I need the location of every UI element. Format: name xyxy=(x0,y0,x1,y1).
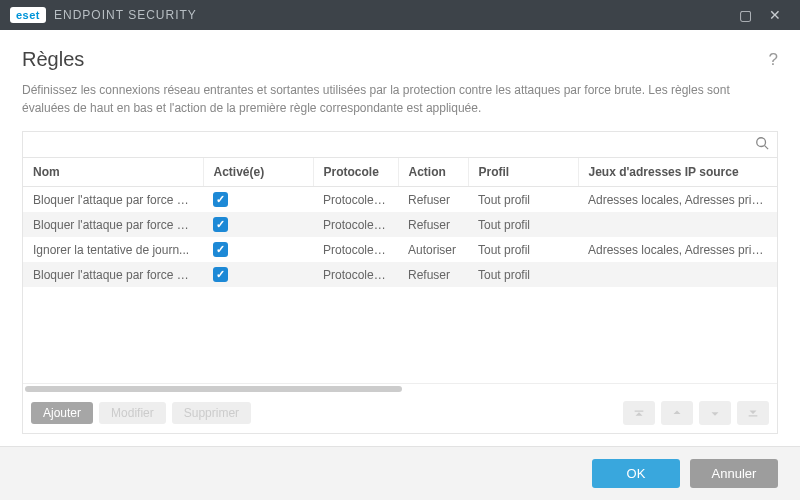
minimize-icon[interactable]: ▢ xyxy=(730,7,760,23)
move-down-button xyxy=(699,401,731,425)
cell-name: Bloquer l'attaque par force b... xyxy=(23,212,203,237)
cell-enabled[interactable]: ✓ xyxy=(203,212,313,237)
page-description: Définissez les connexions réseau entrant… xyxy=(22,81,778,117)
move-up-button xyxy=(661,401,693,425)
table-row[interactable]: Bloquer l'attaque par force b...✓Protoco… xyxy=(23,187,777,213)
cell-action: Refuser xyxy=(398,212,468,237)
svg-line-1 xyxy=(765,146,769,150)
horizontal-scrollbar[interactable] xyxy=(23,383,777,393)
cell-name: Bloquer l'attaque par force b... xyxy=(23,187,203,213)
delete-button: Supprimer xyxy=(172,402,251,424)
table-row[interactable]: Bloquer l'attaque par force b...✓Protoco… xyxy=(23,262,777,287)
cell-enabled[interactable]: ✓ xyxy=(203,187,313,213)
cancel-button[interactable]: Annuler xyxy=(690,459,778,488)
checkbox-icon[interactable]: ✓ xyxy=(213,242,228,257)
cell-profile: Tout profil xyxy=(468,237,578,262)
help-icon[interactable]: ? xyxy=(769,50,778,70)
close-icon[interactable]: ✕ xyxy=(760,7,790,23)
col-enabled[interactable]: Activé(e) xyxy=(203,158,313,187)
cell-sources xyxy=(578,262,777,287)
add-button[interactable]: Ajouter xyxy=(31,402,93,424)
cell-sources: Adresses locales, Adresses privées xyxy=(578,187,777,213)
cell-profile: Tout profil xyxy=(468,187,578,213)
page-title: Règles xyxy=(22,48,84,71)
checkbox-icon[interactable]: ✓ xyxy=(213,217,228,232)
rules-panel: Nom Activé(e) Protocole Action Profil Je… xyxy=(22,131,778,434)
content-area: Règles ? Définissez les connexions résea… xyxy=(0,30,800,446)
cell-name: Bloquer l'attaque par force b... xyxy=(23,262,203,287)
col-profile[interactable]: Profil xyxy=(468,158,578,187)
cell-action: Autoriser xyxy=(398,237,468,262)
svg-point-0 xyxy=(757,138,766,147)
cell-action: Refuser xyxy=(398,262,468,287)
cell-protocol: Protocole R... xyxy=(313,187,398,213)
edit-button: Modifier xyxy=(99,402,166,424)
ok-button[interactable]: OK xyxy=(592,459,680,488)
rules-table-wrap: Nom Activé(e) Protocole Action Profil Je… xyxy=(23,158,777,383)
brand-logo: eset xyxy=(10,7,46,23)
col-sources[interactable]: Jeux d'adresses IP source xyxy=(578,158,777,187)
col-name[interactable]: Nom xyxy=(23,158,203,187)
cell-action: Refuser xyxy=(398,187,468,213)
rules-table: Nom Activé(e) Protocole Action Profil Je… xyxy=(23,158,777,287)
move-bottom-button xyxy=(737,401,769,425)
cell-enabled[interactable]: ✓ xyxy=(203,237,313,262)
brand-product: ENDPOINT SECURITY xyxy=(54,8,197,22)
col-action[interactable]: Action xyxy=(398,158,468,187)
cell-profile: Tout profil xyxy=(468,262,578,287)
cell-protocol: Protocole R... xyxy=(313,212,398,237)
search-row xyxy=(23,132,777,158)
cell-enabled[interactable]: ✓ xyxy=(203,262,313,287)
cell-name: Ignorer la tentative de journ... xyxy=(23,237,203,262)
checkbox-icon[interactable]: ✓ xyxy=(213,192,228,207)
cell-profile: Tout profil xyxy=(468,212,578,237)
table-row[interactable]: Ignorer la tentative de journ...✓Protoco… xyxy=(23,237,777,262)
checkbox-icon[interactable]: ✓ xyxy=(213,267,228,282)
move-top-button xyxy=(623,401,655,425)
cell-protocol: Protocole S... xyxy=(313,237,398,262)
dialog-footer: OK Annuler xyxy=(0,446,800,500)
titlebar: eset ENDPOINT SECURITY ▢ ✕ xyxy=(0,0,800,30)
cell-sources: Adresses locales, Adresses privées xyxy=(578,237,777,262)
table-row[interactable]: Bloquer l'attaque par force b...✓Protoco… xyxy=(23,212,777,237)
cell-protocol: Protocole S... xyxy=(313,262,398,287)
search-icon[interactable] xyxy=(755,136,769,153)
cell-sources xyxy=(578,212,777,237)
col-protocol[interactable]: Protocole xyxy=(313,158,398,187)
panel-actions: Ajouter Modifier Supprimer xyxy=(23,393,777,433)
